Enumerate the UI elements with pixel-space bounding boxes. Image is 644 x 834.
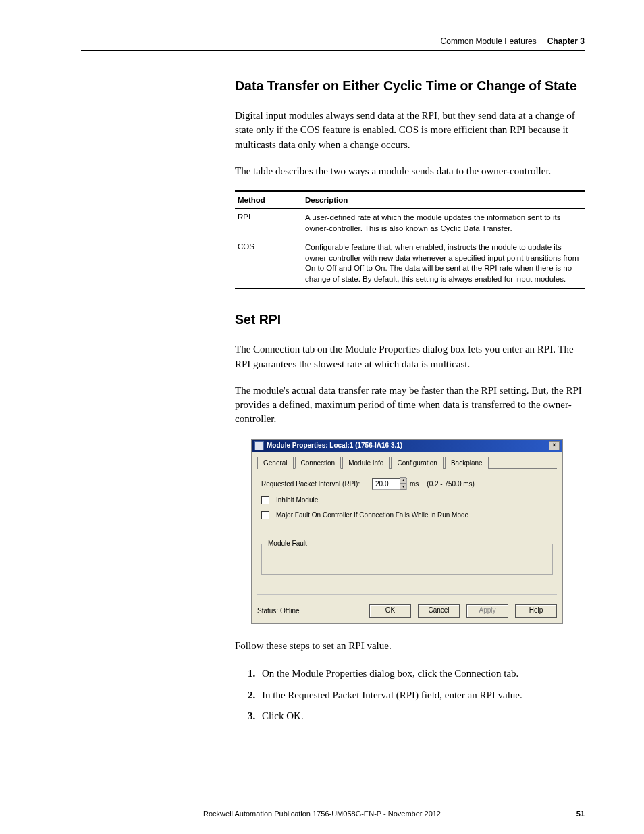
table-cell-description: Configurable feature that, when enabled,… bbox=[302, 238, 585, 289]
running-header: Common Module Features Chapter 3 bbox=[81, 36, 585, 50]
inhibit-module-label: Inhibit Module bbox=[276, 496, 318, 504]
list-item: Click OK. bbox=[258, 708, 585, 725]
steps-list: On the Module Properties dialog box, cli… bbox=[235, 665, 585, 725]
table-cell-description: A user-defined rate at which the module … bbox=[302, 209, 585, 238]
tab-general[interactable]: General bbox=[257, 457, 294, 469]
body-text: Follow these steps to set an RPI value. bbox=[235, 639, 585, 653]
page-footer: Rockwell Automation Publication 1756-UM0… bbox=[0, 810, 644, 818]
page-number: 51 bbox=[576, 810, 585, 818]
list-item: On the Module Properties dialog box, cli… bbox=[258, 665, 585, 683]
inhibit-module-checkbox[interactable] bbox=[261, 496, 269, 504]
footer-text: Rockwell Automation Publication 1756-UM0… bbox=[203, 810, 441, 818]
major-fault-checkbox[interactable] bbox=[261, 511, 269, 519]
body-text: The table describes the two ways a modul… bbox=[235, 164, 585, 178]
tab-connection[interactable]: Connection bbox=[295, 457, 342, 469]
table-row: COS Configurable feature that, when enab… bbox=[235, 238, 585, 289]
major-fault-label: Major Fault On Controller If Connection … bbox=[276, 511, 468, 519]
help-button[interactable]: Help bbox=[515, 604, 557, 618]
list-item: In the Requested Packet Interval (RPI) f… bbox=[258, 687, 585, 704]
body-text: The Connection tab on the Module Propert… bbox=[235, 342, 585, 371]
rpi-value: 20.0 bbox=[375, 480, 388, 488]
spinner-icon[interactable]: ▴▾ bbox=[400, 477, 406, 490]
tab-backplane[interactable]: Backplane bbox=[445, 457, 489, 469]
header-section: Common Module Features bbox=[441, 36, 537, 46]
close-icon[interactable]: × bbox=[549, 441, 560, 450]
rpi-range: (0.2 - 750.0 ms) bbox=[427, 480, 475, 488]
table-row: RPI A user-defined rate at which the mod… bbox=[235, 209, 585, 238]
table-header-description: Description bbox=[302, 191, 585, 209]
body-text: The module's actual data transfer rate m… bbox=[235, 384, 585, 427]
section-heading-set-rpi: Set RPI bbox=[235, 312, 585, 328]
cancel-button[interactable]: Cancel bbox=[418, 604, 460, 618]
tab-module-info[interactable]: Module Info bbox=[342, 457, 390, 469]
ok-button[interactable]: OK bbox=[369, 604, 411, 618]
tab-configuration[interactable]: Configuration bbox=[391, 457, 443, 469]
module-fault-legend: Module Fault bbox=[266, 540, 309, 547]
apply-button: Apply bbox=[466, 604, 508, 618]
tab-strip: General Connection Module Info Configura… bbox=[257, 456, 557, 469]
header-chapter: Chapter 3 bbox=[547, 36, 585, 46]
module-fault-group: Module Fault bbox=[261, 544, 553, 575]
section-heading-data-transfer: Data Transfer on Either Cyclic Time or C… bbox=[235, 78, 585, 94]
rpi-unit: ms bbox=[410, 480, 419, 488]
dialog-titlebar: Module Properties: Local:1 (1756-IA16 3.… bbox=[252, 440, 562, 452]
methods-table: Method Description RPI A user-defined ra… bbox=[235, 190, 585, 289]
rpi-input[interactable]: 20.0 ▴▾ bbox=[372, 478, 407, 490]
table-cell-method: COS bbox=[235, 238, 302, 289]
rpi-label: Requested Packet Interval (RPI): bbox=[261, 480, 369, 488]
table-header-method: Method bbox=[235, 191, 302, 209]
table-cell-method: RPI bbox=[235, 209, 302, 238]
dialog-title: Module Properties: Local:1 (1756-IA16 3.… bbox=[267, 442, 402, 449]
body-text: Digital input modules always send data a… bbox=[235, 109, 585, 152]
header-rule bbox=[81, 50, 585, 51]
module-properties-dialog: Module Properties: Local:1 (1756-IA16 3.… bbox=[251, 439, 563, 624]
status-text: Status: Offline bbox=[257, 607, 363, 615]
window-icon bbox=[254, 441, 264, 450]
